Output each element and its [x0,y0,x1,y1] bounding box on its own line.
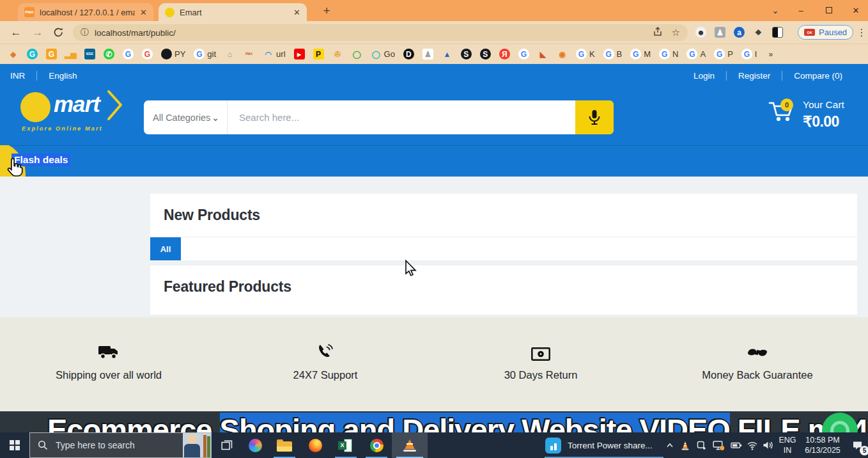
bookmark-favicon[interactable]: S [461,49,472,59]
voice-search-button[interactable] [575,100,614,134]
bookmark-favicon[interactable]: GA [686,49,706,59]
search-icon [38,440,48,450]
bookmark-favicon[interactable]: GI [741,49,757,59]
profile-extension-icon[interactable]: ♟ [715,27,725,38]
product-search-bar: All Categories ⌄ [144,100,614,134]
bookmark-favicon[interactable]: ◠url [263,49,285,59]
tray-battery-icon[interactable] [727,432,745,458]
back-icon[interactable]: ← [6,21,26,43]
tray-security-icon[interactable] [693,432,709,458]
bookmark-favicon[interactable]: G [123,49,134,59]
firefox-button[interactable] [300,432,330,458]
paused-extension-icon: OK [804,29,815,36]
category-dropdown[interactable]: All Categories ⌄ [144,100,228,134]
vlc-button[interactable] [392,432,428,458]
bookmark-favicon[interactable]: G [142,49,153,59]
puzzle-extensions-icon[interactable]: ❖ [753,27,764,38]
new-products-heading: New Products [150,194,857,237]
bookmark-favicon[interactable]: ✆ [104,49,114,59]
torrent-window-button[interactable]: Torrent Power share... [540,432,668,458]
bookmark-favicon[interactable]: PY [161,49,185,59]
tab-title: Emart [180,8,288,17]
language-selector[interactable]: English [49,71,77,81]
url-text[interactable]: localhost/mart/public/ [95,28,176,38]
new-tab-button[interactable]: + [318,3,336,19]
tray-wifi-icon[interactable] [744,432,761,458]
bookmark-favicon[interactable]: ▲ [442,49,453,59]
bookmark-favicon[interactable]: ▸ [294,49,305,59]
bookmark-star-icon[interactable]: ☆ [672,27,680,38]
bookmark-favicon[interactable]: GP [714,49,733,59]
tray-display-icon[interactable] [709,432,727,458]
window-maximize-button[interactable] [816,0,842,20]
task-view-button[interactable] [213,432,241,458]
clock[interactable]: 10:58 PM6/13/2025 [800,432,846,458]
bookmark-favicon[interactable]: G [46,49,57,59]
tray-vlc-icon[interactable] [678,432,693,458]
language-indicator[interactable]: ENGIN [775,432,800,458]
bookmark-favicon[interactable]: S [480,49,491,59]
tray-volume-icon[interactable] [759,432,776,458]
bookmark-favicon[interactable]: GM [630,49,651,59]
share-icon[interactable] [653,26,663,39]
cart-amount: ₹0.00 [803,113,839,130]
tab-emart[interactable]: Emart ✕ [159,3,307,21]
paused-extension-button[interactable]: OK Paused [798,25,853,40]
bookmarks-overflow-icon[interactable]: » [765,49,776,59]
bookmark-favicon[interactable]: GK [576,49,595,59]
bookmark-favicon[interactable]: ◉ [557,49,568,59]
bookmark-favicon[interactable]: P [313,49,324,59]
bookmark-favicon[interactable]: ◯Go [371,49,395,59]
action-center-button[interactable]: 5 [848,432,867,458]
excel-button[interactable]: X [330,432,361,458]
copilot-button[interactable] [241,432,269,458]
chrome-button[interactable] [361,432,392,458]
refresh-icon[interactable] [49,21,68,43]
features-strip: Shipping over all world 24X7 Support 30 … [0,317,868,411]
browser-menu-icon[interactable]: ⋮ [855,21,868,43]
bookmark-favicon[interactable]: PMA [244,49,254,59]
bookmark-favicon[interactable]: ◯ [352,49,362,59]
bookmark-favicon[interactable]: ✇ [332,49,343,59]
bookmark-favicon[interactable]: Ggit [194,49,216,59]
bookmark-favicon[interactable]: ⌂ [224,49,235,59]
bookmark-favicon[interactable]: IEEE [84,49,95,59]
panda-extension-icon[interactable]: ☻ [695,27,706,38]
bookmark-favicon[interactable]: ▂▅ [65,49,76,59]
tab-search-icon[interactable]: ⌄ [762,0,789,20]
bookmark-favicon[interactable]: G [27,49,38,59]
bookmark-favicon[interactable]: GN [659,49,678,59]
start-button[interactable] [0,432,29,458]
filter-all-button[interactable]: All [150,237,181,260]
bookmark-favicon[interactable]: D [403,49,414,59]
forward-icon[interactable]: → [28,21,47,43]
window-minimize-button[interactable]: – [787,0,814,20]
bookmark-favicon[interactable]: ◣ [538,49,548,59]
taskbar-search-box[interactable] [29,432,212,458]
currency-selector[interactable]: INR [10,71,25,81]
taskbar-search-input[interactable] [54,439,176,451]
window-close-button[interactable]: ✕ [842,0,868,20]
nav-item-flash-deals[interactable]: Flash deals [12,154,70,166]
file-explorer-button[interactable] [269,432,300,458]
address-bar[interactable]: ⓘ localhost/mart/public/ ☆ [73,24,688,41]
site-info-icon[interactable]: ⓘ [81,27,89,38]
theme-extension-icon[interactable] [772,27,783,38]
tab-close-icon[interactable]: ✕ [140,8,147,17]
compare-link[interactable]: Compare (0) [794,71,842,81]
search-input[interactable] [228,100,575,134]
bookmark-favicon[interactable]: Я [499,49,510,59]
cart-label: Your Cart [803,99,844,111]
bookmark-favicon[interactable]: G [518,49,529,59]
bookmark-favicon[interactable]: ◆ [8,49,19,59]
site-logo[interactable]: mart Explore Online Mart [19,91,153,137]
login-link[interactable]: Login [694,71,715,81]
tray-expand-chevron[interactable] [662,432,678,458]
register-link[interactable]: Register [738,71,770,81]
cart-widget[interactable]: 0 Your Cart ₹0.00 [767,97,863,137]
bookmark-favicon[interactable]: ♟ [422,49,433,59]
a-extension-icon[interactable]: a [734,27,745,38]
tab-close-icon[interactable]: ✕ [293,8,300,17]
tab-phpmyadmin[interactable]: PMA localhost / 127.0.0.1 / emart | php … [18,3,153,21]
bookmark-favicon[interactable]: GB [603,49,623,59]
